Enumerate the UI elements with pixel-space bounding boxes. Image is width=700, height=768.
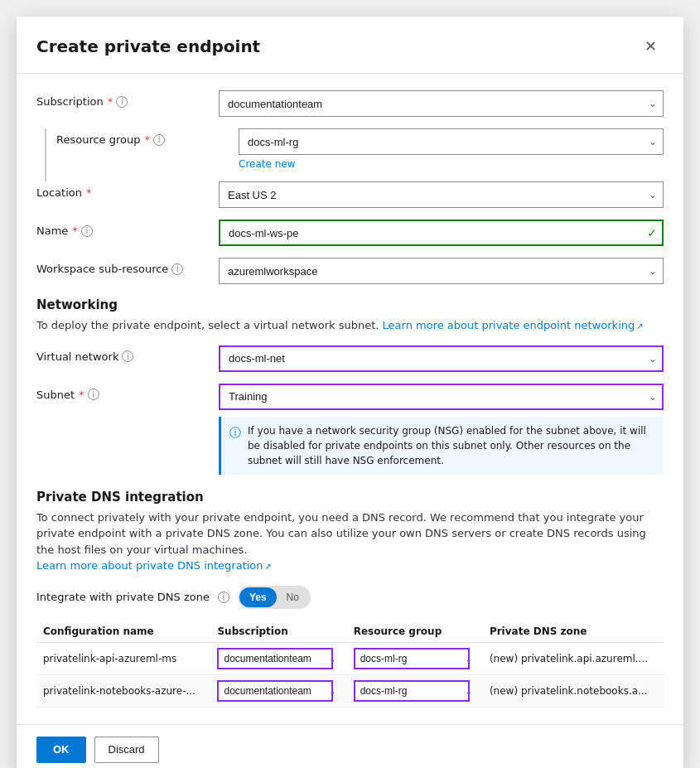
subnet-select[interactable]: Training xyxy=(219,384,664,410)
resource-group-required: * xyxy=(145,133,151,146)
location-label: Location xyxy=(36,186,82,199)
subscription-cell-2: documentationteam ⌄ xyxy=(210,674,346,707)
subnet-required: * xyxy=(79,389,84,401)
name-info-icon[interactable]: i xyxy=(81,225,93,237)
location-row: Location * East US 2 ⌄ xyxy=(36,181,664,208)
col-dns-zone: Private DNS zone xyxy=(483,621,664,643)
dns-table: Configuration name Subscription Resource… xyxy=(36,621,664,708)
ok-button[interactable]: OK xyxy=(36,737,86,763)
private-dns-learn-more-link[interactable]: Learn more about private DNS integration… xyxy=(36,559,272,572)
name-valid-icon: ✓ xyxy=(647,226,657,239)
rg-select-wrapper-1: docs-ml-rg ⌄ xyxy=(354,648,476,669)
subscription-info-icon[interactable]: i xyxy=(116,96,128,108)
resource-group-control: docs-ml-rg ⌄ Create new xyxy=(239,128,664,170)
subscription-cell-1: documentationteam ⌄ xyxy=(210,642,346,674)
dialog-header: Create private endpoint ✕ xyxy=(17,17,683,74)
name-input[interactable] xyxy=(219,220,664,246)
sub-select-wrapper-1: documentationteam ⌄ xyxy=(217,648,340,669)
name-control: ✓ xyxy=(219,220,664,246)
subnet-control: Training ⌄ ⓘ If you have a network secur… xyxy=(219,384,664,475)
row2-resource-group-select[interactable]: docs-ml-rg xyxy=(354,680,470,702)
dialog-body: Subscription * i documentationteam ⌄ Res… xyxy=(17,74,683,724)
resource-group-label: Resource group xyxy=(56,133,141,146)
subnet-select-wrapper: Training ⌄ xyxy=(219,384,664,410)
external-link-icon: ↗ xyxy=(636,321,643,331)
workspace-sub-resource-select-wrapper: azuremlworkspace ⌄ xyxy=(219,258,664,284)
virtual-network-info-icon[interactable]: i xyxy=(122,350,133,362)
resource-group-cell-1: docs-ml-rg ⌄ xyxy=(347,642,483,674)
col-subscription: Subscription xyxy=(210,621,346,643)
row1-subscription-select[interactable]: documentationteam xyxy=(217,648,333,669)
private-dns-section: Private DNS integration To connect priva… xyxy=(36,490,664,708)
integrate-dns-info-icon[interactable]: i xyxy=(218,592,229,603)
row2-subscription-select[interactable]: documentationteam xyxy=(217,680,333,702)
name-label: Name xyxy=(36,225,68,237)
workspace-sub-resource-label-col: Workspace sub-resource i xyxy=(36,258,219,275)
subscription-label-col: Subscription * i xyxy=(36,90,219,108)
name-label-col: Name * i xyxy=(36,220,219,237)
location-select-wrapper: East US 2 ⌄ xyxy=(219,181,664,208)
row1-resource-group-select[interactable]: docs-ml-rg xyxy=(354,648,470,669)
dns-table-header: Configuration name Subscription Resource… xyxy=(36,621,664,643)
subscription-control: documentationteam ⌄ xyxy=(219,90,664,117)
workspace-sub-resource-row: Workspace sub-resource i azuremlworkspac… xyxy=(36,258,664,284)
subnet-label-col: Subnet * i xyxy=(36,384,219,401)
resource-group-row: Resource group * i docs-ml-rg ⌄ Create n… xyxy=(56,128,664,170)
create-private-endpoint-dialog: Create private endpoint ✕ Subscription *… xyxy=(17,17,683,768)
location-label-col: Location * xyxy=(36,181,219,199)
private-dns-section-title: Private DNS integration xyxy=(36,490,664,505)
resource-group-select[interactable]: docs-ml-rg xyxy=(239,128,664,155)
virtual-network-control: docs-ml-net ⌄ xyxy=(219,345,664,372)
close-button[interactable]: ✕ xyxy=(637,33,664,60)
resource-group-cell-2: docs-ml-rg ⌄ xyxy=(347,674,483,707)
resource-group-select-wrapper: docs-ml-rg ⌄ xyxy=(239,128,664,155)
location-select[interactable]: East US 2 xyxy=(219,181,664,208)
indent-bar xyxy=(45,128,46,181)
config-name-2: privatelink-notebooks-azure-... xyxy=(36,674,210,707)
location-control: East US 2 ⌄ xyxy=(219,181,664,208)
subscription-label: Subscription xyxy=(36,95,104,108)
virtual-network-select[interactable]: docs-ml-net xyxy=(219,345,664,372)
virtual-network-select-wrapper: docs-ml-net ⌄ xyxy=(219,345,664,372)
name-required: * xyxy=(72,225,78,237)
networking-learn-more-link[interactable]: Learn more about private endpoint networ… xyxy=(383,319,644,331)
virtual-network-label: Virtual network xyxy=(36,350,118,363)
col-config-name: Configuration name xyxy=(36,621,210,643)
subscription-select[interactable]: documentationteam xyxy=(219,90,664,117)
nsg-info-circle-icon: ⓘ xyxy=(229,424,241,442)
integrate-dns-label: Integrate with private DNS zone xyxy=(36,591,210,603)
dns-external-link-icon: ↗ xyxy=(265,562,272,571)
workspace-sub-resource-control: azuremlworkspace ⌄ xyxy=(219,258,664,284)
dialog-title: Create private endpoint xyxy=(36,36,260,56)
table-row: privatelink-notebooks-azure-... document… xyxy=(36,674,664,707)
subnet-info-icon[interactable]: i xyxy=(88,389,99,400)
config-name-1: privatelink-api-azureml-ms xyxy=(36,642,210,674)
private-dns-description: To connect privately with your private e… xyxy=(36,510,664,574)
toggle-yes-button[interactable]: Yes xyxy=(239,587,277,607)
workspace-sub-resource-info-icon[interactable]: i xyxy=(171,263,183,275)
create-new-link[interactable]: Create new xyxy=(239,158,296,170)
resource-group-info-icon[interactable]: i xyxy=(153,134,165,146)
sub-select-wrapper-2: documentationteam ⌄ xyxy=(217,680,340,702)
subnet-row: Subnet * i Training ⌄ ⓘ If you have a ne… xyxy=(36,384,664,475)
subscription-required: * xyxy=(108,95,113,108)
workspace-sub-resource-select[interactable]: azuremlworkspace xyxy=(219,258,664,284)
col-resource-group: Resource group xyxy=(347,621,483,643)
name-input-wrapper: ✓ xyxy=(219,220,664,246)
location-required: * xyxy=(86,186,92,199)
toggle-no-button[interactable]: No xyxy=(277,587,309,607)
name-row: Name * i ✓ xyxy=(36,220,664,246)
dialog-footer: OK Discard xyxy=(17,724,683,769)
nsg-info-text: If you have a network security group (NS… xyxy=(248,423,655,468)
dns-zone-cell-1: (new) privatelink.api.azureml.... xyxy=(483,642,664,674)
virtual-network-label-col: Virtual network i xyxy=(36,345,219,363)
networking-section-title: Networking xyxy=(36,297,664,312)
dns-table-body: privatelink-api-azureml-ms documentation… xyxy=(36,642,664,707)
workspace-sub-resource-label: Workspace sub-resource xyxy=(36,263,168,275)
subscription-row: Subscription * i documentationteam ⌄ xyxy=(36,90,664,117)
resource-group-label-col: Resource group * i xyxy=(56,128,239,146)
dns-toggle[interactable]: Yes No xyxy=(238,586,311,609)
subnet-label: Subnet xyxy=(36,389,75,401)
discard-button[interactable]: Discard xyxy=(94,737,159,763)
resource-group-indent: Resource group * i docs-ml-rg ⌄ Create n… xyxy=(36,128,664,181)
